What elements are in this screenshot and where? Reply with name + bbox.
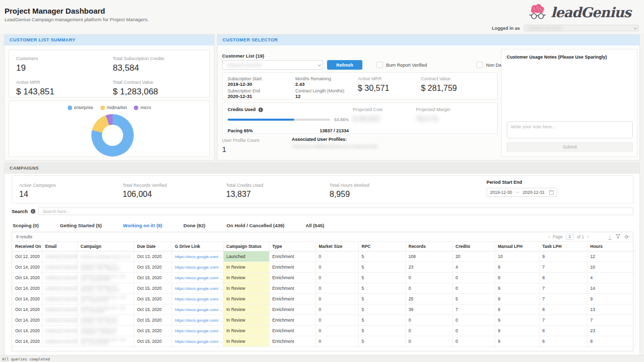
legend-item-micro[interactable]: micro [134,105,151,110]
column-header-records[interactable]: Records [405,242,452,251]
column-header-received-on[interactable]: Received On [12,242,42,251]
cell-type: Enrichment [269,326,315,336]
prev-page-icon[interactable]: ‹ [548,234,550,239]
submit-note-button[interactable]: Submit [507,142,633,151]
legend-item-enterprise[interactable]: enterprise [68,105,93,110]
cell-task-lph: 6 [539,336,587,347]
cell-gdrive-link[interactable]: https://docs.google.com/ … [172,336,223,347]
customer-select[interactable]: redacted customer [222,60,323,70]
tab-on-hold-cancelled-439[interactable]: On Hold / Cancelled (439) [226,220,286,233]
projected-margin: Projected Margin 78.0 % [416,107,450,123]
tab-done-92[interactable]: Done (92) [183,220,206,233]
column-header-campaign-status[interactable]: Campaign Status [223,242,269,251]
filter-icon[interactable] [616,234,620,240]
cell-credits: 5 [452,294,495,304]
cell-credits: 20 [452,251,495,262]
cell-gdrive-link[interactable]: https://docs.google.com/ … [172,273,223,283]
brain-glasses-icon [527,3,548,21]
page-number-input[interactable]: 1 [566,234,574,240]
cell-type: Enrichment [269,304,315,315]
column-header-email[interactable]: Email [42,242,77,251]
cell-gdrive-link[interactable]: https://docs.google.com/ … [172,294,223,304]
cell-due-date: Oct 15, 2020 [134,315,172,326]
cell-email: redacted.name@red … [42,294,77,304]
cell-email: redacted.name@red … [42,304,77,315]
status-badge: In Review [224,304,269,315]
info-icon[interactable]: i [31,209,35,214]
stat-active-campaigns: Active Campaigns 14 [19,183,56,199]
cell-type: Enrichment [269,283,315,294]
tab-scoping-0[interactable]: Scoping (0) [12,220,40,233]
cell-manual-lph: 9 [495,315,539,326]
segment-donut-chart[interactable] [91,114,134,157]
credits-fraction: 13837 / 21334 [319,128,349,133]
column-header-task-lph[interactable]: Task LPH [539,242,587,251]
cell-task-lph: 7 [539,262,587,273]
status-bar-text: All queries completed [2,357,50,361]
cell-manual-lph: 9 [495,304,539,315]
refresh-button[interactable]: Refresh [327,60,362,70]
chevron-down-icon [633,26,637,30]
column-header-type[interactable]: Type [269,242,315,251]
cell-gdrive-link[interactable]: https://docs.google.com/ … [172,315,223,326]
stat-customers: Customers 19 [16,56,113,74]
credits-percent: 64.86% [334,117,349,122]
column-header-manual-lph[interactable]: Manual LPH [495,242,539,251]
cell-rpc: 5 [358,251,405,262]
subscription-lengths: Months Remaining 2.43 Contract Length (M… [295,76,345,100]
cell-gdrive-link[interactable]: https://docs.google.com/ … [172,326,223,336]
customer-list-summary-panel: CUSTOMER LIST SUMMARY Customers 19 Total… [4,34,214,161]
info-icon[interactable]: i [258,108,263,112]
cell-campaign-status: In Review [223,336,269,347]
column-header-hours[interactable]: Hours [587,242,635,251]
tab-all-545[interactable]: All (545) [304,220,325,233]
column-header-credits[interactable]: Credits [452,242,495,251]
cell-rpc: 5 [358,273,405,283]
cell-received-on: Oct 14, 2020 [12,304,42,315]
column-header-rpc[interactable]: RPC [358,242,405,251]
column-header-market-size[interactable]: Market Size [315,242,358,251]
tab-working-on-it-9[interactable]: Working on it! (9) [122,220,164,233]
legend-label: midmarket [107,105,127,110]
cell-gdrive-link[interactable]: https://docs.google.com/ … [172,262,223,273]
tab-getting-started-5[interactable]: Getting Started (5) [59,220,103,233]
column-header-g-drive-link[interactable]: G Drive Link [172,242,223,251]
status-bar: All queries completed [0,355,644,362]
refresh-icon[interactable]: ⟳ [625,234,629,240]
segment-donut-card: enterprisemidmarketmicro [9,100,210,157]
column-header-campaign[interactable]: Campaign [77,242,134,251]
cell-task-lph: 7 [539,294,587,304]
cell-due-date: Oct 15, 2020 [134,304,172,315]
cell-due-date: Oct 13, 2020 [134,251,172,262]
cell-rpc: 5 [358,336,405,347]
checkbox-icon[interactable] [476,62,483,68]
page-subtitle: LeadGenius Campaign management platform … [5,17,149,22]
cell-gdrive-link[interactable]: https://docs.google.com/ … [172,304,223,315]
cell-campaign: redacted campaign red - redname - red - … [77,262,134,273]
logged-in-user-select[interactable]: redacted username [524,25,639,31]
cell-gdrive-link[interactable]: https://docs.google.com/ … [172,251,223,262]
cell-campaign: redacted campaign red - redname - red - … [77,283,134,294]
legend-item-midmarket[interactable]: midmarket [100,105,127,110]
table-row: Oct 12, 2020redacted.name@red …redacted … [12,251,635,262]
stat-active-mrr: Active MRR $ 143,851 [16,80,113,97]
next-page-icon[interactable]: › [587,234,588,239]
cell-market-size: 0 [315,294,358,304]
note-input[interactable] [507,121,633,138]
column-header-due-date[interactable]: Due Date [134,242,172,251]
download-icon[interactable]: ↓ [609,234,611,240]
burn-report-verified-checkbox[interactable]: Burn Report Verified [377,62,427,68]
table-row: Oct 14, 2020redacted.name@red …redacted … [12,283,635,294]
date-range-input[interactable]: 2019-12-30 ~ 2020-12-31 [487,188,557,197]
logged-in-as-label: Logged in as [492,26,520,31]
selector-active-mrr: Active MRR $ 30,571 [358,76,389,93]
legend-dot [100,106,105,110]
search-input[interactable] [38,208,633,215]
selector-panel-title: CUSTOMER SELECTOR [218,35,639,45]
cell-gdrive-link[interactable]: https://docs.google.com/ … [172,283,223,294]
checkbox-icon[interactable] [377,62,383,68]
cell-campaign-status: In Review [223,304,269,315]
period-start-end: Period Start End 2019-12-30 ~ 2020-12-31 [487,180,557,197]
table-row: Oct 14, 2020redacted.name@red …redacted … [12,304,635,315]
cell-market-size: 0 [315,262,358,273]
